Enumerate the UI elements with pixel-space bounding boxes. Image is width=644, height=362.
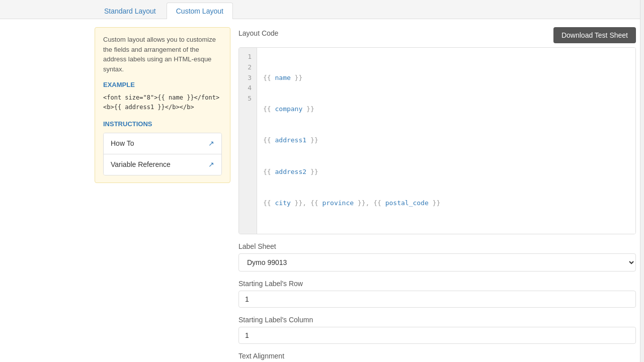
- code-line-1: {{ name }}: [263, 73, 629, 83]
- instructions-heading: INSTRUCTIONS: [103, 119, 222, 129]
- example-heading: EXAMPLE: [103, 80, 222, 90]
- download-test-sheet-button[interactable]: Download Test Sheet: [553, 27, 636, 43]
- line-num-3: 3: [244, 73, 252, 83]
- starting-row-group: Starting Label's Row: [238, 280, 636, 308]
- left-panel: Custom layout allows you to customize th…: [95, 27, 230, 362]
- code-line-2: {{ company }}: [263, 104, 629, 115]
- starting-row-label: Starting Label's Row: [238, 280, 636, 288]
- starting-col-label: Starting Label's Column: [238, 316, 636, 324]
- how-to-link[interactable]: How To ↗: [104, 133, 221, 154]
- code-line-5: {{ city }}, {{ province }}, {{ postal_co…: [263, 198, 629, 209]
- layout-code-header: Layout Code Download Test Sheet: [238, 27, 636, 43]
- line-num-5: 5: [244, 94, 252, 104]
- info-box: Custom layout allows you to customize th…: [95, 27, 230, 183]
- line-num-2: 2: [244, 62, 252, 73]
- info-text: Custom layout allows you to customize th…: [103, 35, 222, 74]
- label-sheet-select[interactable]: Dymo 99013: [238, 253, 636, 272]
- label-sheet-group: Label Sheet Dymo 99013: [238, 242, 636, 272]
- code-line-4: {{ address2 }}: [263, 167, 629, 177]
- line-num-1: 1: [244, 52, 252, 62]
- code-example: <font size="8">{{ name }}</font> <b>{{ a…: [103, 93, 222, 112]
- page-wrapper: Standard Layout Custom Layout Custom lay…: [0, 0, 644, 362]
- line-numbers: 1 2 3 4 5: [239, 48, 257, 234]
- how-to-label: How To: [111, 138, 134, 149]
- code-editor-area: 1 2 3 4 5 {{ name }} {{ company }} {{ ad…: [238, 47, 636, 234]
- text-alignment-label: Text Alignment: [238, 352, 636, 360]
- right-panel: Layout Code Download Test Sheet 1 2 3 4 …: [238, 27, 636, 362]
- starting-col-input[interactable]: [238, 327, 636, 344]
- code-example-line1: <font size="8">{{ name }}</font>: [103, 93, 222, 103]
- content-area: Custom layout allows you to customize th…: [0, 19, 644, 362]
- external-link-icon-howto: ↗: [208, 138, 214, 149]
- link-list: How To ↗ Variable Reference ↗: [103, 133, 222, 175]
- scrollbar[interactable]: [640, 0, 644, 362]
- code-example-line2: <b>{{ address1 }}</b></b>: [103, 103, 222, 112]
- tab-standard-layout[interactable]: Standard Layout: [95, 3, 166, 19]
- external-link-icon-varref: ↗: [208, 159, 214, 170]
- line-num-4: 4: [244, 83, 252, 94]
- label-sheet-label: Label Sheet: [238, 242, 636, 250]
- variable-reference-link[interactable]: Variable Reference ↗: [104, 154, 221, 175]
- starting-col-group: Starting Label's Column: [238, 316, 636, 344]
- layout-code-label: Layout Code: [238, 29, 278, 37]
- tabs-bar: Standard Layout Custom Layout: [0, 0, 644, 19]
- code-editor[interactable]: {{ name }} {{ company }} {{ address1 }} …: [257, 48, 635, 234]
- tab-custom-layout[interactable]: Custom Layout: [167, 3, 233, 19]
- starting-row-input[interactable]: [238, 291, 636, 308]
- variable-reference-label: Variable Reference: [111, 159, 171, 170]
- text-alignment-group: Text Alignment Left Center: [238, 352, 636, 362]
- code-line-3: {{ address1 }}: [263, 135, 629, 146]
